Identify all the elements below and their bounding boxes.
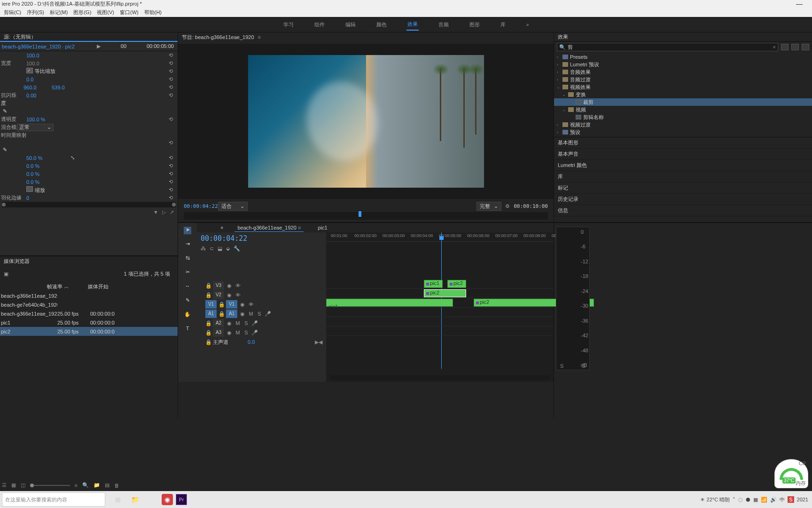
- new-bin-icon[interactable]: 📁: [94, 482, 100, 488]
- track-v2-lane[interactable]: pic2: [326, 289, 554, 298]
- panel-menu-icon[interactable]: ≡: [258, 34, 261, 40]
- ws-effects[interactable]: 效果: [406, 19, 419, 31]
- track-a1[interactable]: A1: [226, 310, 237, 318]
- ime-icon[interactable]: 中: [780, 496, 785, 503]
- app-icon[interactable]: ◉: [162, 494, 173, 505]
- mute-icon[interactable]: M: [234, 320, 241, 326]
- selection-tool-icon[interactable]: ➤: [184, 227, 191, 234]
- program-scrubbar[interactable]: [184, 212, 548, 220]
- reset-icon[interactable]: ⟲: [164, 116, 178, 122]
- link-icon[interactable]: ⊂: [210, 246, 214, 252]
- toggle-output-icon[interactable]: ◉: [239, 311, 246, 317]
- sequence-tab[interactable]: pic1: [315, 224, 330, 231]
- col-media-start[interactable]: 媒体开始: [88, 283, 109, 290]
- fx-badge-3-icon[interactable]: [802, 44, 809, 50]
- sequence-tab-active[interactable]: beach-g366e11eae_1920 ≡: [234, 224, 304, 232]
- track-a3-lane[interactable]: [326, 326, 554, 336]
- panel-history[interactable]: 历史记录: [554, 194, 812, 205]
- timeline-clip[interactable]: pic1: [424, 280, 443, 288]
- task-view-icon[interactable]: ⊞: [111, 492, 125, 507]
- project-item[interactable]: beach-ge7e640c4b_1920.jp: [0, 300, 178, 309]
- volume-icon[interactable]: 🔊: [770, 497, 777, 503]
- reset-icon[interactable]: ⟲: [164, 52, 178, 58]
- tray-icon[interactable]: ◌: [738, 497, 743, 503]
- ec-anchor-x[interactable]: 960.0: [23, 85, 52, 90]
- ws-learn[interactable]: 学习: [282, 19, 295, 30]
- track-a1-lane[interactable]: [326, 308, 554, 317]
- ws-assembly[interactable]: 组件: [313, 19, 326, 30]
- timeline-clip-selected[interactable]: pic2: [424, 289, 466, 297]
- ec-opacity-value[interactable]: 100.0 %: [23, 117, 70, 122]
- menu-sequence[interactable]: 序列(S): [25, 8, 46, 17]
- menu-marker[interactable]: 标记(M): [48, 8, 70, 17]
- master-value[interactable]: 0.0: [248, 339, 255, 345]
- icon-view-icon[interactable]: ▦: [11, 482, 16, 488]
- reset-icon[interactable]: ⟲: [164, 68, 178, 74]
- ec-antiflicker-value[interactable]: 0.00: [23, 93, 70, 98]
- reset-icon[interactable]: ⟲: [164, 195, 178, 201]
- play-icon[interactable]: ▷: [162, 209, 166, 215]
- track-a3[interactable]: A3: [213, 328, 224, 337]
- track-a2[interactable]: A2: [213, 319, 224, 327]
- reset-icon[interactable]: ⟲: [164, 92, 178, 98]
- ec-scale-value[interactable]: 100.0: [23, 53, 70, 58]
- track-v2[interactable]: V2: [213, 291, 224, 299]
- timeline-timecode[interactable]: 00:00:04:22: [197, 232, 326, 245]
- mic-icon[interactable]: 🎤: [251, 320, 258, 326]
- panel-menu-icon[interactable]: ≡: [298, 225, 301, 230]
- tray-chevron-icon[interactable]: ˄: [733, 497, 735, 503]
- source-panel-header[interactable]: 源:（无剪辑）: [0, 32, 178, 42]
- pen-icon[interactable]: ✎: [0, 108, 7, 115]
- ec-crop-right[interactable]: 0.0 %: [23, 171, 70, 177]
- project-item[interactable]: pic125.00 fps00:00:00:0: [0, 318, 178, 327]
- toggle-output-icon[interactable]: ◉: [226, 330, 233, 336]
- solo-right[interactable]: S: [582, 363, 586, 369]
- panel-markers[interactable]: 标记: [554, 183, 812, 194]
- pen-icon[interactable]: ✎: [0, 147, 7, 153]
- ec-playhead-icon[interactable]: ▶: [97, 43, 101, 49]
- menu-window[interactable]: 窗口(W): [118, 8, 141, 17]
- timeline-clip[interactable]: pic2: [447, 280, 466, 288]
- ec-crop-bottom[interactable]: 0.0 %: [23, 179, 70, 185]
- track-v1[interactable]: V1: [226, 300, 237, 309]
- fx-folder-video[interactable]: ⌄视频: [554, 106, 812, 113]
- mic-icon[interactable]: 🎤: [265, 311, 271, 317]
- ec-edge-value[interactable]: 0: [23, 195, 70, 201]
- lock-icon[interactable]: 🔒: [205, 292, 211, 298]
- mic-icon[interactable]: 🎤: [251, 330, 258, 336]
- list-view-icon[interactable]: ☰: [2, 482, 7, 488]
- solo-left[interactable]: S: [560, 363, 563, 369]
- fx-item-crop[interactable]: 裁剪: [554, 98, 812, 106]
- track-v3-lane[interactable]: pic1 pic2: [326, 279, 554, 289]
- menu-clip[interactable]: 剪辑(C): [2, 8, 23, 17]
- lock-icon[interactable]: 🔒: [205, 339, 211, 345]
- filter-icon[interactable]: ▼: [153, 209, 158, 215]
- reset-icon[interactable]: ⟲: [164, 179, 178, 185]
- tray-icon[interactable]: ⬢: [746, 497, 750, 503]
- reset-icon[interactable]: ⟲: [164, 60, 178, 66]
- ws-color[interactable]: 颜色: [375, 19, 388, 30]
- fx-folder-user-presets[interactable]: ›预设: [554, 128, 812, 136]
- resolution-select[interactable]: 完整⌄: [476, 202, 501, 211]
- project-item[interactable]: beach-g366e11eae_192025.00 fps00:00:00:0: [0, 309, 178, 318]
- zoom-checkbox[interactable]: [26, 186, 33, 192]
- eye-icon[interactable]: 👁: [234, 283, 241, 288]
- project-item[interactable]: pic225.00 fps00:00:00:0: [0, 327, 178, 336]
- mute-icon[interactable]: M: [248, 311, 254, 317]
- razor-tool-icon[interactable]: ✂: [184, 269, 191, 277]
- solo-icon[interactable]: S: [256, 311, 263, 317]
- clear-icon[interactable]: ×: [773, 44, 776, 50]
- reset-icon[interactable]: ⟲: [164, 187, 178, 193]
- panel-essential-graphics[interactable]: 基本图形: [554, 137, 812, 149]
- lock-icon[interactable]: 🔒: [219, 311, 224, 317]
- track-select-tool-icon[interactable]: ⇥: [184, 241, 191, 248]
- ws-audio[interactable]: 音频: [437, 19, 450, 30]
- reset-icon[interactable]: ⟲: [164, 155, 178, 161]
- pen-tool-icon[interactable]: ✎: [184, 297, 191, 305]
- new-item-icon[interactable]: ▤: [105, 482, 109, 488]
- toggle-output-icon[interactable]: ◉: [226, 320, 233, 326]
- fx-folder-lumetri[interactable]: ›Lumetri 预设: [554, 61, 812, 68]
- wrench-icon[interactable]: 🔧: [234, 246, 240, 252]
- panel-essential-sound[interactable]: 基本声音: [554, 149, 812, 160]
- video-preview[interactable]: [178, 44, 554, 199]
